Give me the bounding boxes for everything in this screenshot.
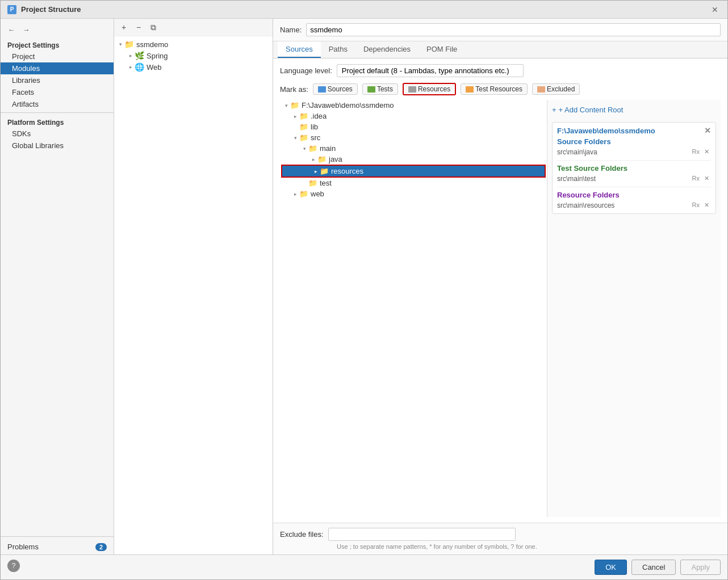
sidebar-item-facets[interactable]: Facets [1,86,114,98]
sidebar-item-project[interactable]: Project [1,51,114,62]
remove-module-button[interactable]: − [132,21,145,33]
source-folder-rx-button-0[interactable]: Rx [691,148,701,156]
dialog-title: Project Structure [21,5,81,14]
ftfolder-root: 📁 [290,101,299,110]
expand-java[interactable]: ▸ [309,157,317,162]
ftnode-src[interactable]: ▾ 📁 src [280,132,547,143]
ftfolder-java: 📁 [317,155,327,163]
tab-sources[interactable]: Sources [278,41,321,58]
module-label-web: Web [147,63,162,72]
test-source-folder-row-0: src\main\test Rx ✕ [557,174,711,183]
module-name-input[interactable] [306,23,721,36]
resource-folder-row-0: src\main\resources Rx ✕ [557,200,711,210]
ftnode-java[interactable]: ▸ 📁 java [280,154,547,165]
module-label-ssmdemo: ssmdemo [136,40,168,49]
expand-root[interactable]: ▾ [282,103,290,108]
apply-button[interactable]: Apply [680,560,721,575]
expand-web-ft[interactable]: ▸ [291,191,299,197]
nav-back-button[interactable]: ← [5,23,18,36]
tab-dependencies[interactable]: Dependencies [355,41,419,58]
sidebar-item-modules[interactable]: Modules [1,62,114,74]
ftfolder-test: 📁 [308,179,317,187]
ftnode-main[interactable]: ▾ 📁 main [280,143,547,154]
add-module-button[interactable]: + [118,21,130,33]
main-content: Name: Sources Paths Dependencies POM Fil… [273,19,727,554]
source-folders-title: Source Folders [557,137,711,146]
expand-ssmdemo[interactable]: ▾ [116,40,124,48]
dialog-footer: ? OK Cancel Apply [1,554,727,579]
sidebar-item-global-libraries[interactable]: Global Libraries [1,140,114,152]
resource-folder-actions-0: Rx ✕ [691,201,711,209]
language-level-select[interactable]: Project default (8 - Lambdas, type annot… [337,64,524,77]
module-label-spring: Spring [147,52,168,60]
ftlabel-web: web [311,190,324,198]
problems-badge: 2 [95,543,107,551]
mark-as-tests-button[interactable]: Tests [362,83,398,95]
file-tree-area: ▾ 📁 F:\Javaweb\demo\ssmdemo ▸ 📁 .idea [280,100,547,517]
language-level-label: Language level: [280,66,332,75]
ftfolder-main: 📁 [308,144,317,153]
ok-button[interactable]: OK [595,560,627,575]
source-folder-remove-button-0[interactable]: ✕ [702,148,711,156]
excluded-label: Excluded [547,85,575,93]
expand-spring[interactable]: ▸ [127,52,135,60]
expand-idea[interactable]: ▸ [291,114,299,119]
resources-highlight-box: ▸ 📁 resources [281,165,546,178]
tree-node-spring[interactable]: ▸ 🌿 Spring [114,50,273,61]
module-header: Name: [273,19,727,41]
mark-as-excluded-button[interactable]: Excluded [532,83,580,95]
tab-pom-file[interactable]: POM File [419,41,465,58]
sources-icon [318,86,326,93]
ftnode-idea[interactable]: ▸ 📁 .idea [280,111,547,121]
ftnode-root[interactable]: ▾ 📁 F:\Javaweb\demo\ssmdemo [280,100,547,111]
nav-forward-button[interactable]: → [20,23,32,36]
tab-paths[interactable]: Paths [321,41,355,58]
web-icon: 🌐 [135,62,144,72]
platform-settings-section-title: Platform Settings [1,115,114,128]
resource-folder-remove-button-0[interactable]: ✕ [702,201,711,209]
sources-panel: Language level: Project default (8 - Lam… [273,58,727,523]
mark-as-sources-button[interactable]: Sources [313,83,358,95]
help-button[interactable]: ? [7,560,20,572]
sidebar-item-problems[interactable]: Problems 2 [1,539,114,554]
add-content-root-label: + Add Content Root [559,106,624,114]
ftlabel-resources: resources [331,167,363,175]
ftnode-test[interactable]: 📁 test [280,178,547,188]
test-source-folder-rx-button-0[interactable]: Rx [691,174,701,183]
tree-node-ssmdemo[interactable]: ▾ 📁 ssmdemo [114,39,273,50]
app-icon: P [7,5,16,14]
sidebar-nav: ← → [1,21,114,38]
expand-main[interactable]: ▾ [300,146,308,152]
tree-node-web[interactable]: ▸ 🌐 Web [114,61,273,73]
expand-web[interactable]: ▸ [127,63,135,71]
copy-module-button[interactable]: ⧉ [147,21,160,33]
close-button[interactable]: ✕ [709,4,721,15]
sidebar-divider [1,112,114,113]
name-label: Name: [280,26,302,34]
ftnode-web[interactable]: ▸ 📁 web [280,188,547,199]
expand-resources[interactable]: ▸ [312,169,320,174]
sidebar-item-libraries[interactable]: Libraries [1,74,114,86]
sidebar-item-artifacts[interactable]: Artifacts [1,98,114,110]
dialog-body: ← → Project Settings Project Modules Lib… [1,19,727,554]
add-content-root-button[interactable]: + + Add Content Root [552,104,716,115]
resource-folder-rx-button-0[interactable]: Rx [691,201,701,209]
cancel-button[interactable]: Cancel [631,560,676,575]
tabs-bar: Sources Paths Dependencies POM File [273,41,727,58]
divider-2 [557,187,711,187]
ftfolder-resources: 📁 [320,167,329,175]
ftfolder-idea: 📁 [299,112,308,120]
mark-as-resources-button[interactable]: Resources [403,83,456,95]
test-source-folder-remove-button-0[interactable]: ✕ [702,174,711,183]
ftfolder-web: 📁 [299,190,308,198]
problems-label: Problems [7,543,39,551]
mark-as-test-resources-button[interactable]: Test Resources [461,83,528,95]
content-root-close-button[interactable]: ✕ [704,126,711,135]
sidebar: ← → Project Settings Project Modules Lib… [1,19,114,554]
ftnode-lib[interactable]: 📁 lib [280,121,547,132]
exclude-input[interactable] [328,528,516,541]
ftnode-resources[interactable]: ▸ 📁 resources [282,166,545,176]
content-root-header: F:\Javaweb\demo\ssmdemo ✕ [557,126,711,135]
expand-src[interactable]: ▾ [291,135,299,141]
sidebar-item-sdks[interactable]: SDKs [1,128,114,140]
